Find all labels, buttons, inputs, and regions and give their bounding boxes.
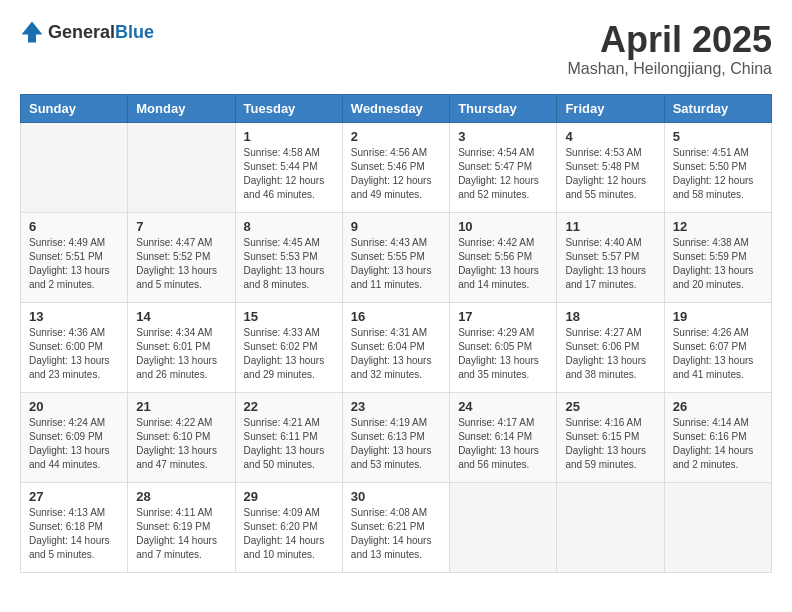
- day-number: 9: [351, 219, 441, 234]
- day-number: 11: [565, 219, 655, 234]
- day-info: Sunrise: 4:51 AM Sunset: 5:50 PM Dayligh…: [673, 146, 763, 202]
- day-number: 17: [458, 309, 548, 324]
- calendar-cell: 3Sunrise: 4:54 AM Sunset: 5:47 PM Daylig…: [450, 122, 557, 212]
- day-number: 4: [565, 129, 655, 144]
- calendar: SundayMondayTuesdayWednesdayThursdayFrid…: [20, 94, 772, 573]
- calendar-cell: 17Sunrise: 4:29 AM Sunset: 6:05 PM Dayli…: [450, 302, 557, 392]
- weekday-header-sunday: Sunday: [21, 94, 128, 122]
- calendar-cell: 7Sunrise: 4:47 AM Sunset: 5:52 PM Daylig…: [128, 212, 235, 302]
- weekday-header-saturday: Saturday: [664, 94, 771, 122]
- day-info: Sunrise: 4:22 AM Sunset: 6:10 PM Dayligh…: [136, 416, 226, 472]
- calendar-cell: 14Sunrise: 4:34 AM Sunset: 6:01 PM Dayli…: [128, 302, 235, 392]
- weekday-header-wednesday: Wednesday: [342, 94, 449, 122]
- day-info: Sunrise: 4:33 AM Sunset: 6:02 PM Dayligh…: [244, 326, 334, 382]
- logo-blue: Blue: [115, 22, 154, 42]
- svg-marker-0: [22, 22, 43, 43]
- weekday-header-thursday: Thursday: [450, 94, 557, 122]
- calendar-cell: 27Sunrise: 4:13 AM Sunset: 6:18 PM Dayli…: [21, 482, 128, 572]
- calendar-cell: 28Sunrise: 4:11 AM Sunset: 6:19 PM Dayli…: [128, 482, 235, 572]
- day-number: 13: [29, 309, 119, 324]
- calendar-cell: 12Sunrise: 4:38 AM Sunset: 5:59 PM Dayli…: [664, 212, 771, 302]
- week-row-0: 1Sunrise: 4:58 AM Sunset: 5:44 PM Daylig…: [21, 122, 772, 212]
- week-row-1: 6Sunrise: 4:49 AM Sunset: 5:51 PM Daylig…: [21, 212, 772, 302]
- day-info: Sunrise: 4:43 AM Sunset: 5:55 PM Dayligh…: [351, 236, 441, 292]
- day-info: Sunrise: 4:16 AM Sunset: 6:15 PM Dayligh…: [565, 416, 655, 472]
- calendar-cell: 22Sunrise: 4:21 AM Sunset: 6:11 PM Dayli…: [235, 392, 342, 482]
- week-row-4: 27Sunrise: 4:13 AM Sunset: 6:18 PM Dayli…: [21, 482, 772, 572]
- day-number: 12: [673, 219, 763, 234]
- day-info: Sunrise: 4:56 AM Sunset: 5:46 PM Dayligh…: [351, 146, 441, 202]
- page-header: GeneralBlue April 2025 Mashan, Heilongji…: [20, 20, 772, 78]
- day-number: 10: [458, 219, 548, 234]
- calendar-cell: 25Sunrise: 4:16 AM Sunset: 6:15 PM Dayli…: [557, 392, 664, 482]
- calendar-cell: 19Sunrise: 4:26 AM Sunset: 6:07 PM Dayli…: [664, 302, 771, 392]
- day-number: 22: [244, 399, 334, 414]
- day-info: Sunrise: 4:24 AM Sunset: 6:09 PM Dayligh…: [29, 416, 119, 472]
- day-number: 19: [673, 309, 763, 324]
- day-number: 3: [458, 129, 548, 144]
- day-number: 27: [29, 489, 119, 504]
- day-number: 20: [29, 399, 119, 414]
- day-info: Sunrise: 4:13 AM Sunset: 6:18 PM Dayligh…: [29, 506, 119, 562]
- day-info: Sunrise: 4:26 AM Sunset: 6:07 PM Dayligh…: [673, 326, 763, 382]
- weekday-header-friday: Friday: [557, 94, 664, 122]
- calendar-cell: 9Sunrise: 4:43 AM Sunset: 5:55 PM Daylig…: [342, 212, 449, 302]
- calendar-cell: 13Sunrise: 4:36 AM Sunset: 6:00 PM Dayli…: [21, 302, 128, 392]
- day-number: 18: [565, 309, 655, 324]
- day-number: 21: [136, 399, 226, 414]
- day-number: 25: [565, 399, 655, 414]
- day-number: 7: [136, 219, 226, 234]
- calendar-cell: 23Sunrise: 4:19 AM Sunset: 6:13 PM Dayli…: [342, 392, 449, 482]
- calendar-cell: [128, 122, 235, 212]
- calendar-cell: 4Sunrise: 4:53 AM Sunset: 5:48 PM Daylig…: [557, 122, 664, 212]
- logo: GeneralBlue: [20, 20, 154, 44]
- calendar-cell: 15Sunrise: 4:33 AM Sunset: 6:02 PM Dayli…: [235, 302, 342, 392]
- day-info: Sunrise: 4:42 AM Sunset: 5:56 PM Dayligh…: [458, 236, 548, 292]
- calendar-cell: [557, 482, 664, 572]
- week-row-2: 13Sunrise: 4:36 AM Sunset: 6:00 PM Dayli…: [21, 302, 772, 392]
- day-info: Sunrise: 4:45 AM Sunset: 5:53 PM Dayligh…: [244, 236, 334, 292]
- day-number: 1: [244, 129, 334, 144]
- day-info: Sunrise: 4:54 AM Sunset: 5:47 PM Dayligh…: [458, 146, 548, 202]
- calendar-cell: [664, 482, 771, 572]
- day-info: Sunrise: 4:58 AM Sunset: 5:44 PM Dayligh…: [244, 146, 334, 202]
- title-section: April 2025 Mashan, Heilongjiang, China: [567, 20, 772, 78]
- day-info: Sunrise: 4:38 AM Sunset: 5:59 PM Dayligh…: [673, 236, 763, 292]
- day-info: Sunrise: 4:19 AM Sunset: 6:13 PM Dayligh…: [351, 416, 441, 472]
- day-info: Sunrise: 4:36 AM Sunset: 6:00 PM Dayligh…: [29, 326, 119, 382]
- day-info: Sunrise: 4:09 AM Sunset: 6:20 PM Dayligh…: [244, 506, 334, 562]
- day-info: Sunrise: 4:27 AM Sunset: 6:06 PM Dayligh…: [565, 326, 655, 382]
- day-info: Sunrise: 4:47 AM Sunset: 5:52 PM Dayligh…: [136, 236, 226, 292]
- day-info: Sunrise: 4:14 AM Sunset: 6:16 PM Dayligh…: [673, 416, 763, 472]
- calendar-cell: 1Sunrise: 4:58 AM Sunset: 5:44 PM Daylig…: [235, 122, 342, 212]
- calendar-cell: [450, 482, 557, 572]
- calendar-cell: 5Sunrise: 4:51 AM Sunset: 5:50 PM Daylig…: [664, 122, 771, 212]
- day-info: Sunrise: 4:49 AM Sunset: 5:51 PM Dayligh…: [29, 236, 119, 292]
- day-info: Sunrise: 4:08 AM Sunset: 6:21 PM Dayligh…: [351, 506, 441, 562]
- day-number: 28: [136, 489, 226, 504]
- weekday-header-monday: Monday: [128, 94, 235, 122]
- calendar-cell: 26Sunrise: 4:14 AM Sunset: 6:16 PM Dayli…: [664, 392, 771, 482]
- day-info: Sunrise: 4:34 AM Sunset: 6:01 PM Dayligh…: [136, 326, 226, 382]
- calendar-cell: 20Sunrise: 4:24 AM Sunset: 6:09 PM Dayli…: [21, 392, 128, 482]
- day-number: 26: [673, 399, 763, 414]
- day-number: 6: [29, 219, 119, 234]
- calendar-cell: 18Sunrise: 4:27 AM Sunset: 6:06 PM Dayli…: [557, 302, 664, 392]
- calendar-cell: 10Sunrise: 4:42 AM Sunset: 5:56 PM Dayli…: [450, 212, 557, 302]
- logo-icon: [20, 20, 44, 44]
- day-info: Sunrise: 4:31 AM Sunset: 6:04 PM Dayligh…: [351, 326, 441, 382]
- day-number: 23: [351, 399, 441, 414]
- week-row-3: 20Sunrise: 4:24 AM Sunset: 6:09 PM Dayli…: [21, 392, 772, 482]
- calendar-cell: 30Sunrise: 4:08 AM Sunset: 6:21 PM Dayli…: [342, 482, 449, 572]
- day-info: Sunrise: 4:29 AM Sunset: 6:05 PM Dayligh…: [458, 326, 548, 382]
- day-number: 24: [458, 399, 548, 414]
- calendar-cell: 24Sunrise: 4:17 AM Sunset: 6:14 PM Dayli…: [450, 392, 557, 482]
- calendar-cell: 8Sunrise: 4:45 AM Sunset: 5:53 PM Daylig…: [235, 212, 342, 302]
- weekday-header-tuesday: Tuesday: [235, 94, 342, 122]
- calendar-cell: 2Sunrise: 4:56 AM Sunset: 5:46 PM Daylig…: [342, 122, 449, 212]
- month-title: April 2025: [567, 20, 772, 60]
- day-number: 8: [244, 219, 334, 234]
- day-number: 2: [351, 129, 441, 144]
- calendar-cell: 11Sunrise: 4:40 AM Sunset: 5:57 PM Dayli…: [557, 212, 664, 302]
- day-number: 30: [351, 489, 441, 504]
